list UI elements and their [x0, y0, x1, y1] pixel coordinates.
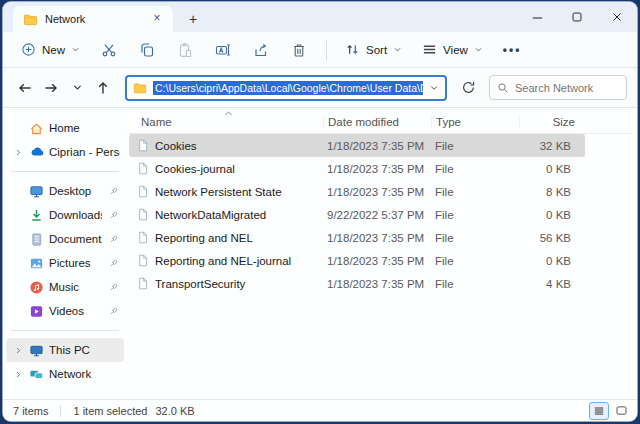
sidebar-item-label: Videos: [49, 305, 102, 317]
address-dropdown-chevron[interactable]: [429, 83, 439, 93]
sidebar-item-label: Home: [49, 122, 120, 134]
file-icon: [129, 162, 151, 175]
chevron-down-icon: [474, 45, 483, 54]
chevron-right-icon[interactable]: [12, 148, 24, 157]
search-box[interactable]: [489, 75, 627, 100]
column-header-size[interactable]: Size: [519, 116, 581, 128]
sort-button[interactable]: Sort: [337, 38, 410, 61]
sort-button-label: Sort: [366, 44, 387, 56]
search-input[interactable]: [515, 82, 619, 94]
tab-close-icon[interactable]: ×: [149, 11, 165, 27]
large-icons-view-toggle[interactable]: [611, 402, 631, 420]
sidebar-item-home[interactable]: Home: [6, 116, 124, 140]
tab-network[interactable]: Network ×: [13, 6, 173, 32]
forward-button[interactable]: [39, 75, 63, 101]
pin-icon: [106, 258, 120, 269]
sidebar-item-music[interactable]: Music: [6, 275, 124, 299]
table-row[interactable]: NetworkDataMigrated 9/22/2022 5:37 PM Fi…: [129, 203, 585, 226]
chevron-down-icon: [71, 45, 80, 54]
copy-icon: [139, 42, 155, 58]
chevron-down-icon: [393, 45, 402, 54]
item-count: 7 items: [13, 405, 60, 417]
file-icon: [129, 231, 151, 244]
copy-button[interactable]: [130, 38, 164, 62]
pictures-icon: [28, 256, 45, 271]
ellipsis-icon: •••: [503, 43, 522, 57]
more-options-button[interactable]: •••: [495, 39, 530, 61]
pin-icon: [106, 282, 120, 293]
pin-icon: [106, 306, 120, 317]
column-header-type[interactable]: Type: [431, 116, 519, 128]
refresh-button[interactable]: [455, 75, 481, 101]
up-button[interactable]: [91, 75, 115, 101]
sidebar-item-label: This PC: [49, 344, 120, 356]
sidebar-item-network[interactable]: Network: [6, 362, 124, 386]
sidebar-item-videos[interactable]: Videos: [6, 299, 124, 323]
sidebar-item-label: Network: [49, 368, 120, 380]
clipboard-icon: [177, 42, 193, 58]
table-row[interactable]: Reporting and NEL 1/18/2023 7:35 PM File…: [129, 226, 585, 249]
music-icon: [28, 280, 45, 295]
sidebar-item-downloads[interactable]: Downloads: [6, 203, 124, 227]
sidebar-item-pictures[interactable]: Pictures: [6, 251, 124, 275]
details-view-toggle[interactable]: [589, 402, 609, 420]
address-path-text[interactable]: C:\Users\cipri\AppData\Local\Google\Chro…: [153, 81, 423, 95]
downloads-icon: [28, 208, 45, 223]
title-bar: Network × +: [3, 2, 637, 32]
sidebar-item-label: Ciprian - Personal: [49, 146, 120, 158]
file-explorer-window: Network × + New: [3, 2, 637, 421]
file-list-pane: Name Date modified Type Size Cookies 1/1…: [127, 108, 637, 399]
sidebar-divider: [11, 171, 119, 172]
table-row[interactable]: Cookies-journal 1/18/2023 7:35 PM File 0…: [129, 157, 585, 180]
chevron-right-icon[interactable]: [12, 370, 24, 379]
table-row[interactable]: Cookies 1/18/2023 7:35 PM File 32 KB: [129, 134, 585, 157]
file-icon: [129, 185, 151, 198]
share-button[interactable]: [244, 38, 278, 62]
selection-size: 32.0 KB: [147, 405, 194, 417]
trash-icon: [291, 42, 307, 58]
sidebar-item-this-pc[interactable]: This PC: [6, 338, 124, 362]
table-row[interactable]: Reporting and NEL-journal 1/18/2023 7:35…: [129, 249, 585, 272]
share-icon: [253, 42, 269, 58]
file-icon: [129, 139, 151, 152]
column-headers: Name Date modified Type Size: [127, 110, 631, 134]
window-controls: [517, 2, 637, 32]
this-pc-icon: [28, 343, 45, 358]
new-tab-button[interactable]: +: [181, 8, 205, 30]
recent-locations-chevron[interactable]: [65, 75, 89, 101]
sort-icon: [345, 42, 360, 57]
onedrive-cloud-icon: [28, 144, 45, 160]
address-bar[interactable]: C:\Users\cipri\AppData\Local\Google\Chro…: [125, 75, 447, 101]
new-button-label: New: [42, 44, 65, 56]
sidebar-item-documents[interactable]: Documents: [6, 227, 124, 251]
delete-button[interactable]: [282, 38, 316, 62]
new-button[interactable]: New: [13, 38, 88, 61]
sidebar-item-onedrive[interactable]: Ciprian - Personal: [6, 140, 124, 164]
status-bar: 7 items 1 item selected 32.0 KB: [3, 399, 637, 421]
folder-icon: [133, 81, 147, 95]
chevron-right-icon[interactable]: [12, 346, 24, 355]
paste-button[interactable]: [168, 38, 202, 62]
navigation-pane: Home Ciprian - Personal Desktop Download…: [3, 108, 127, 399]
maximize-button[interactable]: [557, 2, 597, 32]
rename-icon: [215, 42, 231, 58]
view-lines-icon: [422, 42, 437, 57]
column-header-date-modified[interactable]: Date modified: [323, 116, 431, 128]
view-button[interactable]: View: [414, 38, 491, 61]
close-button[interactable]: [597, 2, 637, 32]
sort-ascending-caret-icon: [223, 108, 234, 119]
network-icon: [28, 367, 45, 382]
file-icon: [129, 254, 151, 267]
table-row[interactable]: TransportSecurity 1/18/2023 7:35 PM File…: [129, 272, 585, 295]
back-button[interactable]: [13, 75, 37, 101]
command-toolbar: New Sort View: [3, 32, 637, 68]
sidebar-item-desktop[interactable]: Desktop: [6, 179, 124, 203]
home-icon: [28, 121, 45, 136]
rename-button[interactable]: [206, 38, 240, 62]
minimize-button[interactable]: [517, 2, 557, 32]
file-icon: [129, 208, 151, 221]
table-row[interactable]: Network Persistent State 1/18/2023 7:35 …: [129, 180, 585, 203]
cut-button[interactable]: [92, 38, 126, 62]
folder-icon: [23, 12, 38, 27]
main-area: Home Ciprian - Personal Desktop Download…: [3, 108, 637, 399]
